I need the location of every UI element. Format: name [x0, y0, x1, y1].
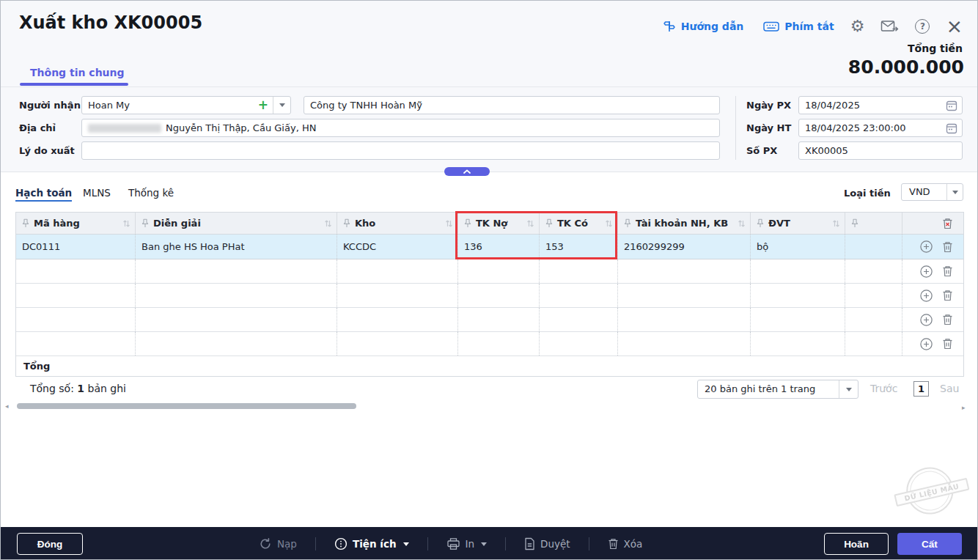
close-button[interactable]: Đóng [17, 533, 83, 555]
cell-unit[interactable] [751, 308, 845, 331]
cell-item-code[interactable] [16, 284, 136, 307]
cell-item-code[interactable] [16, 308, 136, 331]
add-row-icon[interactable] [920, 240, 933, 253]
cell-item-code[interactable] [16, 259, 136, 283]
currency-select[interactable]: VND [901, 183, 963, 201]
cell-item-code[interactable] [16, 332, 136, 355]
page-size-dropdown-button[interactable] [839, 380, 858, 398]
cell-debit-account[interactable] [458, 259, 540, 283]
table-row[interactable]: DC0111 Ban ghe HS Hoa PHat KCCDC 136 153… [16, 235, 963, 259]
cell-warehouse[interactable] [337, 259, 458, 283]
tab-accounting[interactable]: Hạch toán [15, 187, 72, 202]
delete-button[interactable]: Xóa [608, 538, 643, 550]
table-row-empty[interactable] [16, 332, 963, 356]
table-row-empty[interactable] [16, 308, 963, 332]
column-header-pinned[interactable] [845, 213, 902, 234]
cell-credit-account[interactable]: 153 [540, 235, 618, 259]
cell-description[interactable]: Ban ghe HS Hoa PHat [136, 235, 337, 259]
collapse-panel-button[interactable] [444, 167, 490, 176]
currency-dropdown-button[interactable] [946, 184, 963, 200]
cell-bank-account[interactable] [618, 284, 751, 307]
cell-bank-account[interactable] [618, 308, 751, 331]
column-header-warehouse[interactable]: Kho [337, 213, 458, 234]
column-header-bank-account[interactable]: Tài khoản NH, KB [618, 213, 751, 234]
cell-credit-account[interactable] [540, 284, 618, 307]
cell-credit-account[interactable] [540, 332, 618, 355]
postpone-button[interactable]: Hoãn [824, 533, 889, 555]
cell-warehouse[interactable] [337, 284, 458, 307]
cell-description[interactable] [136, 284, 337, 307]
approve-button[interactable]: Duyệt [524, 537, 570, 550]
column-header-debit-account[interactable]: TK Nợ [458, 213, 540, 234]
recipient-dropdown-button[interactable] [273, 97, 290, 114]
add-row-icon[interactable] [920, 265, 933, 278]
delete-row-icon[interactable] [942, 265, 953, 277]
cell-credit-account[interactable] [540, 308, 618, 331]
cell-debit-account[interactable] [458, 332, 540, 355]
cell-bank-account[interactable] [618, 332, 751, 355]
date-ht-input[interactable]: 18/04/2025 23:00:00 [798, 119, 963, 137]
tab-statistics[interactable]: Thống kê [128, 187, 174, 199]
cell-description[interactable] [136, 308, 337, 331]
cell-credit-account[interactable] [540, 259, 618, 283]
company-value: Công ty TNHH Hoàn Mỹ [310, 97, 422, 114]
tab-mlns[interactable]: MLNS [83, 187, 111, 199]
column-header-unit[interactable]: ĐVT [751, 213, 845, 234]
calendar-icon[interactable] [946, 122, 957, 134]
column-header-credit-account[interactable]: TK Có [540, 213, 618, 234]
column-header-item-code[interactable]: Mã hàng [16, 213, 136, 234]
guide-link[interactable]: Hướng dẫn [663, 20, 744, 33]
cell-bank-account[interactable] [618, 259, 751, 283]
company-input[interactable]: Công ty TNHH Hoàn Mỹ [304, 96, 720, 114]
settings-gear-icon[interactable]: ⚙ [850, 18, 865, 34]
delete-row-icon[interactable] [942, 241, 953, 253]
utilities-button[interactable]: Tiện ích [334, 537, 409, 550]
delete-row-icon[interactable] [942, 338, 953, 350]
print-button[interactable]: In [446, 537, 488, 550]
doc-no-input[interactable]: XK00005 [798, 141, 963, 160]
address-input[interactable]: Nguyễn Thị Thập, Cầu Giấy, HN [81, 119, 720, 137]
cell-warehouse[interactable] [337, 332, 458, 355]
cell-bank-account[interactable]: 2160299299 [618, 235, 751, 259]
delete-all-icon[interactable] [942, 218, 953, 229]
shortcuts-link[interactable]: Phím tắt [763, 21, 834, 32]
table-row-empty[interactable] [16, 284, 963, 308]
save-button[interactable]: Cất [897, 533, 962, 555]
cell-warehouse[interactable]: KCCDC [337, 235, 458, 259]
help-icon[interactable]: ? [915, 19, 930, 34]
delete-row-icon[interactable] [942, 290, 953, 301]
cell-description[interactable] [136, 332, 337, 355]
scroll-right-arrow-icon[interactable]: ▸ [962, 404, 966, 411]
table-row-empty[interactable] [16, 259, 963, 284]
cell-debit-account[interactable] [458, 284, 540, 307]
prev-page-button[interactable]: Trước [870, 383, 897, 394]
horizontal-scrollbar[interactable] [17, 403, 356, 409]
current-page-box[interactable]: 1 [913, 381, 929, 397]
next-page-button[interactable]: Sau [940, 383, 959, 394]
cell-description[interactable] [136, 259, 337, 283]
cell-debit-account[interactable] [458, 308, 540, 331]
cell-unit[interactable] [751, 259, 845, 283]
column-header-description[interactable]: Diễn giải [136, 213, 337, 234]
add-recipient-icon[interactable]: + [258, 98, 268, 112]
tab-general-info[interactable]: Thông tin chung [30, 67, 125, 78]
reason-input[interactable] [81, 141, 720, 160]
cell-warehouse[interactable] [337, 308, 458, 331]
close-icon[interactable]: × [946, 19, 963, 34]
page-size-select[interactable]: 20 bản ghi trên 1 trang [697, 380, 858, 399]
add-row-icon[interactable] [920, 290, 933, 302]
cell-unit[interactable]: bộ [751, 235, 845, 259]
cell-item-code[interactable]: DC0111 [16, 235, 136, 259]
send-mail-icon[interactable] [880, 19, 899, 34]
load-button[interactable]: Nạp [259, 537, 297, 550]
recipient-input[interactable]: Hoan My + [81, 96, 291, 114]
delete-row-icon[interactable] [942, 314, 953, 325]
scroll-left-arrow-icon[interactable]: ◂ [5, 402, 9, 410]
cell-unit[interactable] [751, 332, 845, 355]
add-row-icon[interactable] [920, 314, 933, 326]
add-row-icon[interactable] [920, 338, 933, 350]
calendar-icon[interactable] [946, 100, 957, 111]
cell-unit[interactable] [751, 284, 845, 307]
cell-debit-account[interactable]: 136 [458, 235, 540, 259]
date-px-input[interactable]: 18/04/2025 [798, 96, 963, 114]
